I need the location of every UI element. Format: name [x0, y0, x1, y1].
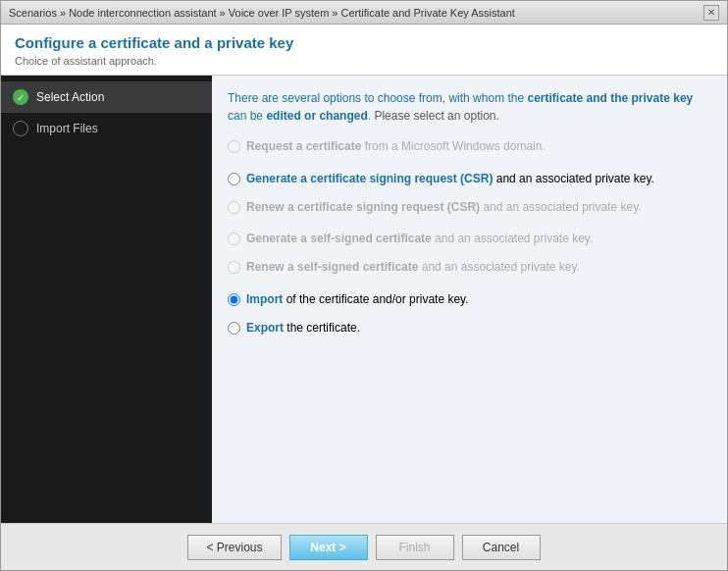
radio-renew-csr-bold: Renew a certificate signing request (CSR… — [246, 200, 480, 214]
sidebar-item-label: Select Action — [36, 90, 104, 104]
radio-renew-csr: Renew a certificate signing request (CSR… — [228, 199, 711, 216]
title-bar: Scenarios » Node interconnection assista… — [1, 1, 727, 25]
radio-export-cert-label[interactable]: Export the certificate. — [246, 320, 360, 337]
radio-export-cert-suffix: the certificate. — [284, 321, 360, 335]
radio-renew-self-signed-label[interactable]: Renew a self-signed certificate and an a… — [246, 259, 580, 276]
radio-renew-csr-label[interactable]: Renew a certificate signing request (CSR… — [246, 199, 642, 216]
radio-generate-csr: Generate a certificate signing request (… — [228, 171, 711, 187]
check-icon: ✓ — [13, 89, 28, 105]
radio-generate-csr-label[interactable]: Generate a certificate signing request (… — [246, 171, 654, 187]
radio-renew-self-signed-input[interactable] — [228, 261, 240, 274]
radio-generate-self-signed-label[interactable]: Generate a self-signed certificate and a… — [246, 231, 593, 247]
cancel-button[interactable]: Cancel — [462, 535, 541, 560]
radio-generate-self-signed-suffix: and an associated private key. — [432, 232, 594, 245]
radio-generate-self-signed-input[interactable] — [228, 233, 240, 245]
footer: < Previous Next > Finish Cancel — [1, 523, 727, 570]
radio-generate-csr-input[interactable] — [228, 173, 240, 185]
sidebar: ✓ Select Action Import Files — [1, 76, 212, 523]
sidebar-item-label: Import Files — [36, 122, 98, 135]
radio-request-cert: Request a certificate from a Microsoft W… — [228, 138, 711, 155]
title-bar-text: Scenarios » Node interconnection assista… — [9, 7, 515, 19]
info-highlight-1: There are several options to choose from… — [228, 91, 693, 123]
sidebar-item-import-files[interactable]: Import Files — [1, 113, 212, 144]
radio-renew-csr-suffix: and an associated private key. — [480, 200, 642, 214]
finish-button[interactable]: Finish — [376, 535, 454, 560]
next-button[interactable]: Next > — [289, 535, 368, 560]
previous-button[interactable]: < Previous — [187, 535, 281, 560]
radio-import-cert: Import of the certificate and/or private… — [228, 291, 711, 308]
sidebar-item-select-action[interactable]: ✓ Select Action — [1, 81, 212, 113]
main-window: Scenarios » Node interconnection assista… — [0, 0, 728, 571]
main-content: There are several options to choose from… — [212, 76, 727, 523]
radio-request-cert-label[interactable]: Request a certificate from a Microsoft W… — [246, 138, 546, 155]
radio-generate-csr-suffix: and an associated private key. — [493, 172, 654, 185]
empty-circle-icon — [13, 121, 28, 136]
page-subtitle: Choice of assistant approach. — [15, 55, 713, 67]
radio-export-cert-bold: Export — [246, 321, 284, 335]
radio-request-cert-suffix: from a Microsoft Windows domain. — [361, 139, 545, 153]
radio-import-cert-label[interactable]: Import of the certificate and/or private… — [246, 291, 469, 308]
radio-request-cert-bold: Request a certificate — [246, 139, 361, 153]
close-button[interactable]: ✕ — [703, 5, 719, 21]
content-area: ✓ Select Action Import Files There are s… — [1, 76, 727, 523]
radio-generate-self-signed-bold: Generate a self-signed certificate — [246, 232, 432, 245]
radio-renew-self-signed-bold: Renew a self-signed certificate — [246, 260, 418, 274]
radio-request-cert-input[interactable] — [228, 140, 240, 153]
radio-import-cert-suffix: of the certificate and/or private key. — [283, 292, 468, 306]
radio-import-cert-input[interactable] — [228, 293, 240, 306]
radio-renew-self-signed: Renew a self-signed certificate and an a… — [228, 259, 711, 276]
radio-renew-self-signed-suffix: and an associated private key. — [418, 260, 580, 274]
radio-export-cert-input[interactable] — [228, 322, 240, 335]
radio-renew-csr-input[interactable] — [228, 201, 240, 214]
radio-generate-csr-bold: Generate a certificate signing request (… — [246, 172, 493, 185]
info-text: There are several options to choose from… — [228, 89, 711, 125]
page-title: Configure a certificate and a private ke… — [15, 34, 713, 51]
radio-import-cert-bold: Import — [246, 292, 283, 306]
page-header: Configure a certificate and a private ke… — [1, 25, 727, 76]
radio-export-cert: Export the certificate. — [228, 320, 711, 337]
radio-generate-self-signed: Generate a self-signed certificate and a… — [228, 231, 711, 247]
